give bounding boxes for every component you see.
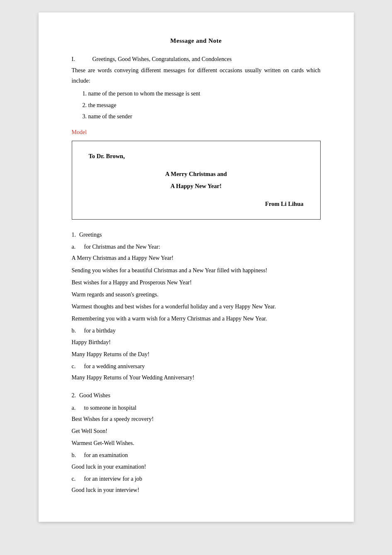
section-greetings-num: 1. Greetings <box>72 230 321 240</box>
sub-a-hospital: a. to someone in hospital <box>72 403 321 413</box>
sub-b-exam: b. for an examination <box>72 450 321 460</box>
good-wishes-label: Good Wishes <box>79 390 110 401</box>
phrase-christmas-5: Warmest thoughts and best wishes for a w… <box>72 301 321 312</box>
card-to: To Dr. Brown, <box>89 153 304 160</box>
sub-b-label: for a birthday <box>84 325 116 336</box>
document-page: Message and Note I. Greetings, Good Wish… <box>39 12 354 522</box>
greetings-label: Greetings <box>79 230 102 240</box>
phrase-hospital-2: Get Well Soon! <box>72 426 321 436</box>
good-wishes-section: 2. Good Wishes a. to someone in hospital… <box>72 390 321 495</box>
sub-a-gw-letter: a. <box>72 403 81 413</box>
sub-c-wedding: c. for a wedding anniversary <box>72 361 321 372</box>
sub-c-interview: c. for an interview for a job <box>72 474 321 484</box>
greetings-num: 1. <box>72 230 76 240</box>
phrase-birthday-1: Happy Birthday! <box>72 337 321 347</box>
sub-c-gw-label: for an interview for a job <box>84 474 142 484</box>
phrase-christmas-4: Warm regards and season's greetings. <box>72 289 321 300</box>
list-item-2: the message <box>88 100 321 110</box>
phrase-hospital-1: Best Wishes for a speedy recovery! <box>72 414 321 424</box>
sub-a-gw-label: to someone in hospital <box>84 403 136 413</box>
greetings-section: 1. Greetings a. for Christmas and the Ne… <box>72 230 321 383</box>
roman-numeral: I. <box>72 56 84 63</box>
section-1-heading: I. Greetings, Good Wishes, Congratulatio… <box>72 56 321 63</box>
model-label: Model <box>72 129 321 136</box>
intro-text: These are words conveying different mess… <box>72 65 321 86</box>
sub-b-letter: b. <box>72 325 81 336</box>
section-1-title: Greetings, Good Wishes, Congratulations,… <box>93 56 232 63</box>
phrase-christmas-1: A Merry Christmas and a Happy New Year! <box>72 253 321 263</box>
sub-c-letter: c. <box>72 361 81 372</box>
card-example: To Dr. Brown, A Merry Christmas and A Ha… <box>72 141 321 220</box>
card-from: From Li Lihua <box>89 200 304 208</box>
phrase-exam-1: Good luck in your examination! <box>72 462 321 472</box>
sub-b-gw-label: for an examination <box>84 450 128 460</box>
sub-a-christmas: a. for Christmas and the New Year: <box>72 242 321 252</box>
sub-a-label: for Christmas and the New Year: <box>84 242 161 252</box>
card-elements-list: name of the person to whom the message i… <box>88 88 321 122</box>
phrase-hospital-3: Warmest Get-Well Wishes. <box>72 438 321 448</box>
good-wishes-num: 2. <box>72 390 76 401</box>
card-line1: A Merry Christmas and <box>89 168 304 180</box>
phrase-birthday-2: Many Happy Returns of the Day! <box>72 349 321 359</box>
list-item-1: name of the person to whom the message i… <box>88 88 321 99</box>
phrase-christmas-6: Remembering you with a warm wish for a M… <box>72 313 321 324</box>
sub-c-gw-letter: c. <box>72 474 81 484</box>
page-title: Message and Note <box>72 37 321 44</box>
phrase-christmas-2: Sending you wishes for a beautiful Chris… <box>72 265 321 276</box>
sub-b-gw-letter: b. <box>72 450 81 460</box>
section-good-wishes-num: 2. Good Wishes <box>72 390 321 401</box>
card-message: A Merry Christmas and A Happy New Year! <box>89 168 304 192</box>
sub-a-letter: a. <box>72 242 81 252</box>
phrase-interview-1: Good luck in your interview! <box>72 485 321 495</box>
sub-c-label: for a wedding anniversary <box>84 361 145 372</box>
phrase-christmas-3: Best wishes for a Happy and Prosperous N… <box>72 277 321 288</box>
phrase-wedding-1: Many Happy Returns of Your Wedding Anniv… <box>72 372 321 383</box>
list-item-3: name of the sender <box>88 111 321 122</box>
card-line2: A Happy New Year! <box>89 180 304 192</box>
sub-b-birthday: b. for a birthday <box>72 325 321 336</box>
